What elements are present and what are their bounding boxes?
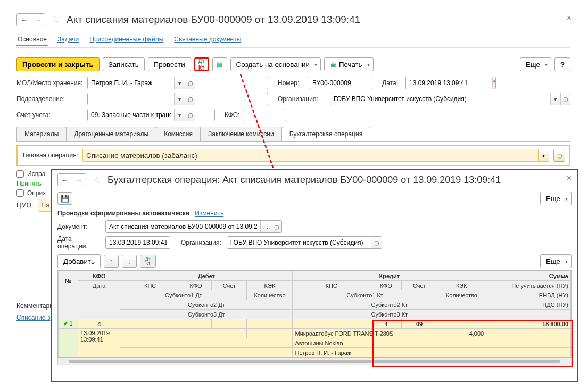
col-count-k: Количество: [437, 290, 486, 300]
printer-icon: 🖶: [330, 61, 337, 69]
more-button[interactable]: Еще: [520, 57, 551, 71]
horizontal-scrollbar[interactable]: [57, 358, 572, 365]
date-input[interactable]: [406, 77, 492, 89]
print-button[interactable]: 🖶Печать: [324, 57, 374, 71]
back-button[interactable]: ←: [58, 174, 72, 186]
forward-button[interactable]: →: [31, 14, 45, 26]
open-icon[interactable]: ▢: [560, 93, 570, 105]
col-count-d: Количество: [247, 290, 293, 300]
add-button[interactable]: Добавить: [57, 254, 101, 268]
kfo-label: КФО:: [225, 111, 239, 119]
back-button[interactable]: ←: [17, 14, 31, 26]
open-icon[interactable]: ▢: [554, 149, 565, 161]
subtab-accounting[interactable]: Бухгалтерская операция: [281, 127, 370, 141]
accept-label: Принять: [16, 180, 42, 187]
org-input[interactable]: [227, 237, 371, 248]
tab-main[interactable]: Основное: [16, 34, 48, 46]
dropdown-icon[interactable]: ▾: [550, 93, 560, 105]
org-input[interactable]: [330, 93, 550, 105]
col-sub2k: Субконто2 Кт: [293, 300, 486, 310]
division-input[interactable]: [88, 93, 174, 105]
open-icon[interactable]: ▢: [371, 237, 382, 248]
number-label: Номер:: [278, 79, 304, 87]
dropdown-icon[interactable]: ▾: [174, 77, 185, 89]
number-input[interactable]: [309, 77, 372, 89]
help-button[interactable]: ?: [554, 57, 570, 71]
row-kfo: 4: [78, 319, 120, 329]
col-sub3d: Субконто3 Дт: [120, 310, 293, 319]
star-icon[interactable]: ☆: [52, 14, 60, 26]
open-icon[interactable]: ▢: [185, 109, 195, 121]
col-date: Дата: [78, 281, 120, 290]
post-close-button[interactable]: Провести и закрыть: [16, 57, 100, 71]
col-kfo-k: КФО: [370, 281, 402, 290]
create-based-button[interactable]: Создать на основании: [230, 57, 321, 71]
doc-input[interactable]: [106, 221, 260, 232]
more-button[interactable]: Еще: [540, 192, 572, 205]
row-sum: 18 800,00: [486, 319, 571, 329]
ispra-checkbox[interactable]: [16, 170, 24, 178]
change-link[interactable]: Изменить: [195, 210, 223, 217]
col-sub1d: Субконто1 Дт: [120, 290, 247, 300]
col-kps-d: КПС: [120, 281, 180, 290]
page-title: Бухгалтерская операция: Акт списания мат…: [107, 174, 501, 186]
col-debit: Дебет: [120, 271, 293, 281]
row-credit-acc: 09: [402, 319, 437, 329]
operation-input[interactable]: [83, 149, 538, 161]
col-kek-k: КЭК: [437, 281, 486, 290]
tab-tasks[interactable]: Задачи: [56, 34, 80, 46]
dropdown-icon[interactable]: ▾: [174, 109, 185, 121]
row-k-sub1: Микроавтобус FORD TRANSIT 280S: [293, 329, 437, 338]
opdate-input[interactable]: [106, 237, 170, 248]
org-label: Организация:: [181, 239, 221, 246]
dtkt-button[interactable]: ДтКт: [140, 255, 156, 268]
subtab-commission[interactable]: Комиссия: [156, 127, 201, 141]
subtab-materials[interactable]: Материалы: [16, 127, 67, 141]
accounting-grid[interactable]: № КФО Дебет Кредит Сумма Дата КПС КФО Сч…: [57, 270, 572, 358]
tab-related[interactable]: Связанные документы: [173, 34, 242, 46]
save-icon-button[interactable]: 💾: [57, 192, 72, 205]
dropdown-icon[interactable]: ▾: [538, 149, 549, 161]
col-sum: Сумма: [486, 271, 571, 281]
open-icon[interactable]: ▢: [185, 93, 195, 105]
save-button[interactable]: Записать: [103, 57, 145, 71]
row-date: 13.09.2019 13:09:41: [78, 329, 120, 357]
close-icon[interactable]: ×: [567, 173, 572, 183]
tab-files[interactable]: Присоединенные файлы: [88, 34, 164, 46]
open-icon[interactable]: ▢: [185, 77, 195, 89]
row-no: 1: [69, 320, 72, 327]
calendar-icon[interactable]: 📅: [492, 77, 496, 89]
col-kfo-d: КФО: [180, 281, 212, 290]
col-acc-k: Счет: [402, 281, 437, 290]
page-title: Акт списания материалов БУ00-000009 от 1…: [67, 14, 360, 26]
oprih-checkbox[interactable]: [16, 189, 24, 197]
dropdown-icon[interactable]: ▾: [174, 93, 185, 105]
subtab-conclusion[interactable]: Заключение комиссии: [200, 127, 282, 141]
accounting-window: × ← → ☆ Бухгалтерская операция: Акт спис…: [51, 169, 578, 382]
operation-label: Типовая операция:: [22, 152, 78, 159]
col-kps-k: КПС: [293, 281, 370, 290]
subtab-precious[interactable]: Драгоценные материалы: [66, 127, 156, 141]
division-label: Подразделение:: [16, 95, 83, 103]
move-up-button[interactable]: ↑: [104, 255, 119, 268]
col-kfo: КФО: [78, 271, 120, 281]
mol-input[interactable]: [88, 77, 174, 89]
cmo-label: ЦМО:: [16, 202, 34, 209]
account-input[interactable]: [88, 109, 174, 121]
forward-button[interactable]: →: [72, 174, 86, 186]
post-button[interactable]: Провести: [148, 57, 191, 71]
more-icon[interactable]: …: [260, 221, 271, 232]
dtkt-button[interactable]: ДтКт: [194, 57, 209, 71]
report-button[interactable]: ▤: [212, 57, 227, 71]
more-button[interactable]: Еще: [540, 254, 572, 268]
kfo-input[interactable]: [244, 109, 286, 121]
opdate-label: Дата операции:: [57, 235, 100, 250]
move-down-button[interactable]: ↓: [122, 255, 137, 268]
row-credit-kfo: 4: [370, 319, 402, 329]
col-no: №: [59, 271, 78, 290]
open-icon[interactable]: ▢: [271, 221, 281, 232]
col-sub1k: Субконто1 Кт: [293, 290, 437, 300]
star-icon[interactable]: ☆: [93, 174, 101, 186]
close-icon[interactable]: ×: [567, 13, 572, 23]
row-k-sub3: Петров П. И. - Гараж: [293, 348, 486, 357]
